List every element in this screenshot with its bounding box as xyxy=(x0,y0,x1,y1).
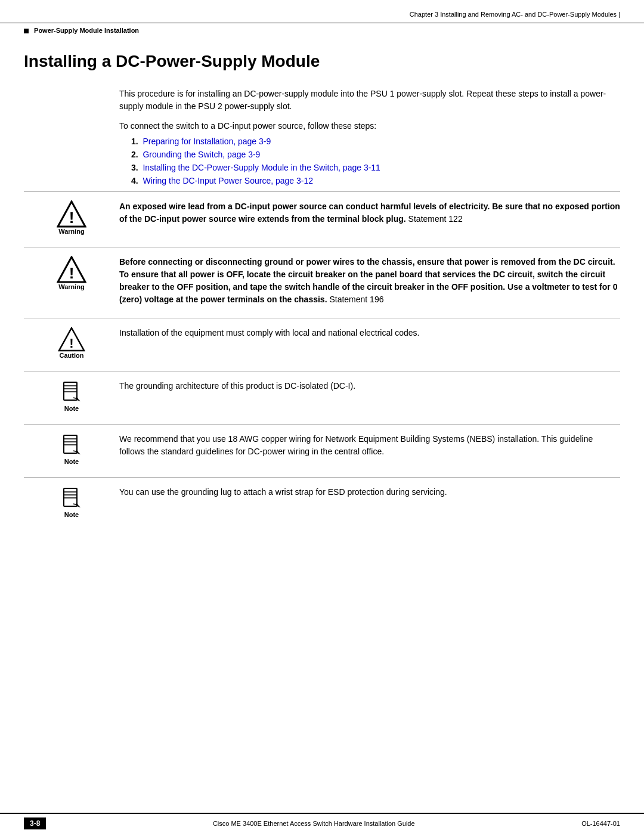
warning-2-row: ! Warning Before connecting or disconnec… xyxy=(24,247,620,312)
list-item: 1. Preparing for Installation, page 3-9 xyxy=(131,137,620,146)
note-2-row: Note We recommend that you use 18 AWG co… xyxy=(24,424,620,471)
note-pencil-icon-3 xyxy=(59,486,84,511)
page-footer: 3-8 Cisco ME 3400E Ethernet Access Switc… xyxy=(0,813,644,833)
list-item: 2. Grounding the Switch, page 3-9 xyxy=(131,150,620,159)
note-3-text: You can use the grounding lug to attach … xyxy=(119,487,447,497)
subheader-text: Power-Supply Module Installation xyxy=(34,27,139,34)
warning-1-left: ! Warning xyxy=(24,200,119,235)
page-number: 3-8 xyxy=(24,817,46,829)
steps-list: 1. Preparing for Installation, page 3-9 … xyxy=(131,137,620,185)
note-1-left: Note xyxy=(24,380,119,412)
intro-paragraph: This procedure is for installing an DC-p… xyxy=(119,88,620,113)
svg-rect-6 xyxy=(64,382,77,400)
page-header: Chapter 3 Installing and Removing AC- an… xyxy=(0,0,644,23)
svg-text:!: ! xyxy=(69,209,75,227)
warning-triangle-icon: ! xyxy=(57,200,86,228)
svg-text:!: ! xyxy=(69,264,75,282)
header-chapter-text: Chapter 3 Installing and Removing AC- an… xyxy=(410,11,617,18)
list-item: 3. Installing the DC-Power-Supply Module… xyxy=(131,163,620,172)
caution-text: Installation of the equipment must compl… xyxy=(119,328,420,337)
header-right: Chapter 3 Installing and Removing AC- an… xyxy=(410,11,620,18)
note-3-left: Note xyxy=(24,486,119,518)
note-1-label: Note xyxy=(64,405,79,412)
svg-rect-12 xyxy=(64,435,77,453)
main-content: Installing a DC-Power-Supply Module This… xyxy=(0,34,644,572)
note-2-label: Note xyxy=(64,458,79,465)
svg-rect-18 xyxy=(64,488,77,506)
note-pencil-icon-2 xyxy=(59,433,84,458)
caution-row: ! Caution Installation of the equipment … xyxy=(24,318,620,365)
page-subheader: Power-Supply Module Installation xyxy=(0,23,644,34)
warning-2-body: Before connecting or disconnecting groun… xyxy=(119,256,620,306)
page-title: Installing a DC-Power-Supply Module xyxy=(24,52,620,71)
step-4-link[interactable]: Wiring the DC-Input Power Source, page 3… xyxy=(143,176,313,185)
note-3-body: You can use the grounding lug to attach … xyxy=(119,486,620,498)
footer-title: Cisco ME 3400E Ethernet Access Switch Ha… xyxy=(213,820,415,827)
caution-triangle-icon: ! xyxy=(58,327,85,352)
list-item: 4. Wiring the DC-Input Power Source, pag… xyxy=(131,176,620,185)
warning-2-normal: Statement 196 xyxy=(327,295,384,304)
warning-1-body: An exposed wire lead from a DC-input pow… xyxy=(119,200,620,225)
step-3-link[interactable]: Installing the DC-Power-Supply Module in… xyxy=(143,163,380,172)
warning-1-bold: An exposed wire lead from a DC-input pow… xyxy=(119,202,620,224)
note-1-row: Note The grounding architecture of this … xyxy=(24,371,620,418)
note-1-body: The grounding architecture of this produ… xyxy=(119,380,620,392)
step-1-link[interactable]: Preparing for Installation, page 3-9 xyxy=(143,137,271,146)
warning-2-label: Warning xyxy=(58,283,85,290)
footer-doc-id: OL-16447-01 xyxy=(581,820,620,827)
caution-label: Caution xyxy=(60,352,84,359)
square-bullet-icon xyxy=(24,29,29,33)
header-pipe: | xyxy=(618,11,620,18)
caution-body: Installation of the equipment must compl… xyxy=(119,327,620,339)
warning-1-normal: Statement 122 xyxy=(406,214,463,224)
note-2-text: We recommend that you use 18 AWG copper … xyxy=(119,434,593,456)
warning-1-row: ! Warning An exposed wire lead from a DC… xyxy=(24,191,620,241)
warning-2-left: ! Warning xyxy=(24,256,119,290)
note-1-text: The grounding architecture of this produ… xyxy=(119,381,355,391)
warning-1-label: Warning xyxy=(58,228,85,235)
caution-left: ! Caution xyxy=(24,327,119,359)
warning-triangle-icon-2: ! xyxy=(57,256,86,283)
step-2-link[interactable]: Grounding the Switch, page 3-9 xyxy=(143,150,260,159)
note-3-label: Note xyxy=(64,511,79,518)
note-2-left: Note xyxy=(24,433,119,465)
note-3-row: Note You can use the grounding lug to at… xyxy=(24,477,620,524)
svg-text:!: ! xyxy=(69,336,73,351)
note-2-body: We recommend that you use 18 AWG copper … xyxy=(119,433,620,458)
steps-intro: To connect the switch to a DC-input powe… xyxy=(119,121,620,131)
note-pencil-icon xyxy=(59,380,84,405)
